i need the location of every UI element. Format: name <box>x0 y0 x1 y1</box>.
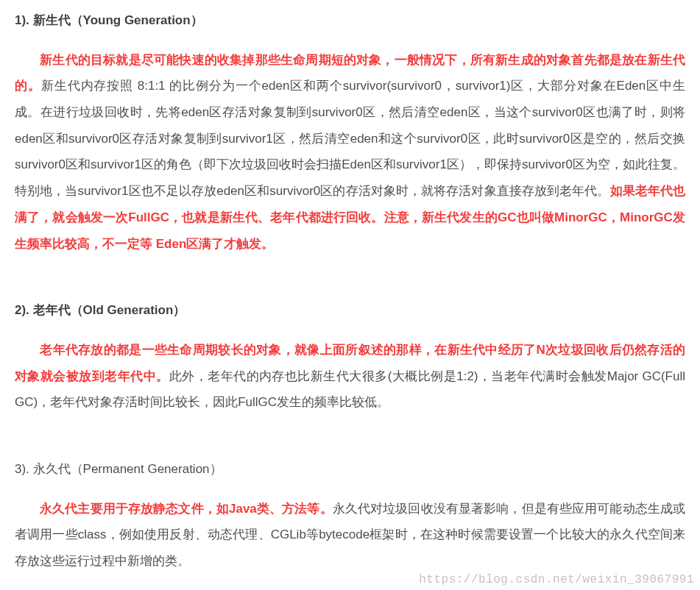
section-1-heading: 1). 新生代（Young Generation） <box>15 7 685 34</box>
section-3-heading: 3). 永久代（Permanent Generation） <box>15 456 685 483</box>
section-2-heading: 2). 老年代（Old Generation） <box>15 297 685 324</box>
section-3-paragraph: 永久代主要用于存放静态文件，如Java类、方法等。永久代对垃圾回收没有显著影响，… <box>15 496 685 575</box>
document-body: 1). 新生代（Young Generation） 新生代的目标就是尽可能快速的… <box>15 7 685 575</box>
section-1-body-text: 新生代内存按照 8:1:1 的比例分为一个eden区和两个survivor(su… <box>15 79 685 198</box>
section-3-emphasis-1: 永久代主要用于存放静态文件，如Java类、方法等。 <box>40 502 333 516</box>
section-2-paragraph: 老年代存放的都是一些生命周期较长的对象，就像上面所叙述的那样，在新生代中经历了N… <box>15 337 685 416</box>
section-1-paragraph: 新生代的目标就是尽可能快速的收集掉那些生命周期短的对象，一般情况下，所有新生成的… <box>15 47 685 257</box>
